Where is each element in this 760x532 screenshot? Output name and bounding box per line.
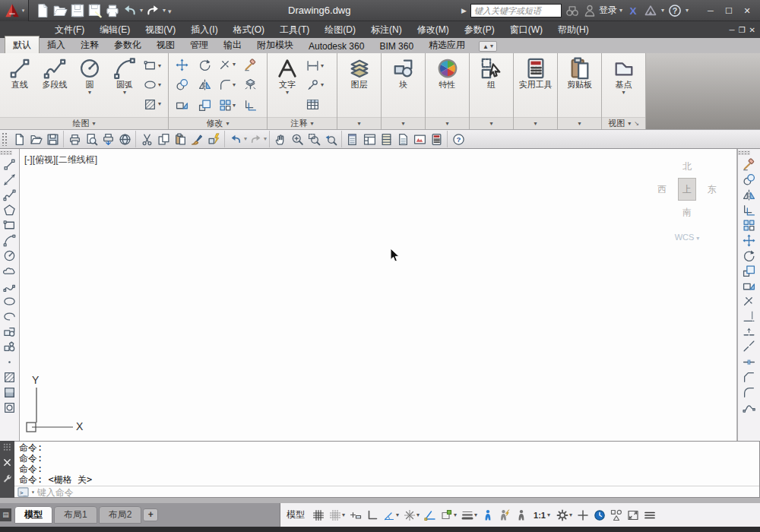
ribbon-tab-0[interactable]: 默认 [5,36,40,53]
panel-draw-title[interactable]: 绘图▾ [0,117,168,129]
join-modify-button[interactable] [742,355,756,369]
ribbon-tab-1[interactable]: 插入 [40,36,73,53]
menu-item-10[interactable]: 窗口(W) [502,21,550,39]
command-close-icon[interactable] [2,458,12,467]
calculator-panel-button[interactable]: 实用工具 [516,55,555,116]
menu-item-7[interactable]: 标注(N) [363,21,410,39]
panel-annotate-title[interactable]: 注释▾ [268,117,337,129]
line-tool-button[interactable]: 直线 [2,55,37,116]
gradient-draw-button[interactable] [2,385,17,400]
offset-modify-button[interactable] [742,203,756,217]
insertblock-draw-button[interactable] [2,325,17,339]
viewcube-wcs-menu[interactable]: WCS ▾ [653,233,721,242]
ribbon-tab-3[interactable]: 参数化 [106,36,149,53]
polyline-draw-button[interactable] [2,188,17,202]
chamfer-modify-button[interactable] [742,370,756,385]
snap-status-button[interactable]: ▾ [328,507,347,524]
panel-layers-title[interactable]: ▾ [337,117,381,129]
ribbon-tab-6[interactable]: 输出 [216,36,249,53]
panel-block-title[interactable]: ▾ [382,117,425,129]
blockedit-toolbar-button[interactable] [205,131,222,147]
close-button[interactable]: ✕ [739,4,755,17]
command-window-grip[interactable] [3,443,11,451]
new-button[interactable] [35,3,50,18]
ribbon-tab-5[interactable]: 管理 [182,36,216,53]
text-button[interactable]: 文字 ▾ [270,55,305,116]
panel-clipboard-title[interactable]: ▾ [558,117,601,129]
command-tools-icon[interactable] [2,474,12,484]
layout-tab-2[interactable]: 布局2 [99,506,142,524]
annotation-scale-control[interactable]: 1:1▾ [530,511,553,520]
undo-toolbar-button[interactable] [227,131,244,147]
exchange-apps-icon[interactable]: X [626,4,640,17]
minimize-button[interactable]: ─ [702,4,719,17]
autoscale-status-button[interactable] [497,507,512,524]
stretch-modify-button[interactable] [742,279,756,293]
xline-draw-button[interactable] [2,173,17,187]
markup-toolbar-button[interactable] [411,131,428,147]
ribbon-tab-4[interactable]: 视图 [149,36,182,53]
viewcube-north[interactable]: 北 [676,160,698,173]
move-tool-button[interactable] [171,59,192,71]
grid-status-button[interactable] [311,507,326,524]
model-space-toggle[interactable]: 模型 [287,508,305,521]
cleanscreen-status-button[interactable] [625,507,641,524]
toolpalettes-toolbar-button[interactable] [378,131,394,147]
performance-status-button[interactable] [592,507,607,524]
search-input[interactable] [470,4,562,17]
dwf-toolbar-button[interactable] [116,131,133,147]
hatch-draw-button[interactable] [2,370,17,385]
command-history-caret-icon[interactable]: ▾ [31,489,35,496]
command-input[interactable] [37,487,756,498]
layout-tabs-menu-button[interactable]: ▤ [0,508,11,521]
toolbar-grip[interactable] [0,150,12,155]
ellipse-tool-button[interactable]: ▾ [144,78,161,91]
trim-tool-button[interactable]: ▾ [217,59,238,71]
undo-button[interactable] [122,3,138,18]
ribbon-tab-7[interactable]: 附加模块 [249,36,301,53]
panel-launcher-icon[interactable]: ↘ [634,120,639,127]
sign-in-button[interactable]: 登录 ▾ [583,4,622,17]
table-tool-button[interactable] [306,98,324,111]
open-button[interactable] [52,3,68,18]
revcloud-draw-button[interactable] [2,264,17,278]
redo-button[interactable] [145,3,160,18]
point-draw-button[interactable] [2,355,17,369]
group-panel-button[interactable]: 组 [472,55,511,116]
fillet-tool-button[interactable]: ▾ [217,78,238,91]
toolbar-grip[interactable] [738,150,750,155]
circle-draw-button[interactable] [2,249,17,263]
paste-toolbar-button[interactable] [172,131,188,147]
offset-tool-button[interactable] [239,99,261,112]
otrack-status-button[interactable]: ▾ [402,507,421,524]
polygon-draw-button[interactable] [2,203,17,217]
propwheel-panel-button[interactable]: 特性 [428,55,467,116]
arc-tool-button[interactable]: 圆弧▾ [107,55,142,116]
fillet-modify-button[interactable] [742,385,756,400]
search-icon[interactable] [565,4,579,17]
open-toolbar-button[interactable] [27,131,44,147]
panel-propwheel-title[interactable]: ▾ [426,117,469,129]
blend-modify-button[interactable] [742,401,756,415]
customize-status-button[interactable] [642,507,657,524]
explode-tool-button[interactable] [239,78,261,91]
annvis-status-button[interactable] [480,507,496,524]
search-expand-icon[interactable]: ▶ [461,7,467,14]
leader-tool-button[interactable]: ▾ [306,78,324,91]
redo-toolbar-button[interactable] [247,131,264,147]
drawing-canvas[interactable]: [-][俯视][二维线框] 北 西 上 东 南 WCS ▾ Y X [20,149,737,441]
ellipse-draw-button[interactable] [2,294,17,309]
zoomwin-toolbar-button[interactable] [306,131,322,147]
new-toolbar-button[interactable] [11,131,27,147]
publish-toolbar-button[interactable] [100,131,116,147]
scale-modify-button[interactable] [742,264,756,278]
plot-button[interactable] [105,3,120,18]
hatch-tool-button[interactable]: ▾ [144,98,161,111]
array-tool-button[interactable]: ▾ [217,99,238,112]
mirror-modify-button[interactable] [742,188,756,202]
line-draw-button[interactable] [2,157,17,172]
panel-view-title[interactable]: 视图▾↘ [602,117,645,129]
panel-group-title[interactable]: ▾ [470,117,513,129]
rectangle-draw-button[interactable] [2,218,17,233]
a360-icon[interactable] [644,4,657,17]
